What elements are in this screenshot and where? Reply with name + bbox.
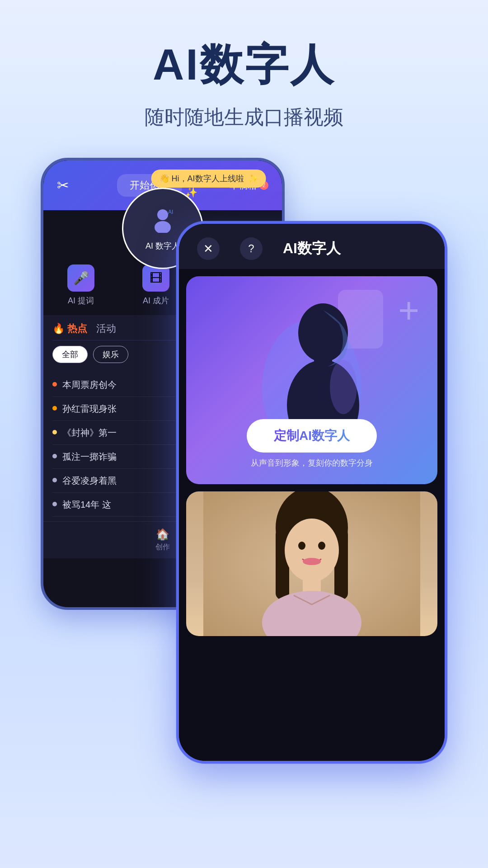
hot-label: 热点 (67, 322, 87, 335)
news-text-1: 本周票房创今 (62, 378, 117, 391)
activity-label: 活动 (96, 322, 116, 335)
category-entertainment[interactable]: 娱乐 (93, 346, 128, 363)
popup-notification: 👋 Hi，AI数字人上线啦 (151, 170, 266, 188)
news-dot-2 (52, 406, 57, 410)
help-button[interactable]: ? (240, 237, 263, 260)
news-text-4: 孤注一掷诈骗 (62, 450, 117, 463)
news-text-6: 被骂14年 这 (62, 498, 111, 511)
news-dot-4 (52, 454, 57, 458)
popup-text: 👋 Hi，AI数字人上线啦 (160, 174, 244, 183)
svg-point-13 (285, 519, 339, 582)
ai-teleprompter-label: AI 提词 (68, 295, 94, 306)
news-dot-1 (52, 382, 57, 387)
presenter-svg (203, 491, 420, 636)
page-subtitle: 随时随地生成口播视频 (145, 104, 343, 131)
close-button[interactable]: ✕ (197, 237, 220, 260)
ai-avatar-icon: AI (149, 206, 176, 238)
phones-container: 👋 Hi，AI数字人上线啦 ✂ 开始创作 草稿箱 2 ✨ (41, 158, 447, 782)
scissors-icon: ✂ (57, 177, 69, 194)
news-text-3: 《封神》第一 (62, 426, 117, 439)
nav-create[interactable]: 🏠 创作 (155, 528, 170, 552)
news-dot-5 (52, 478, 57, 482)
svg-point-0 (157, 209, 168, 220)
news-text-5: 谷爱凌身着黑 (62, 474, 117, 487)
create-icon: 🏠 (156, 528, 169, 541)
fire-icon: 🔥 (52, 323, 65, 335)
create-label: 创作 (155, 542, 170, 552)
svg-point-16 (303, 558, 321, 565)
svg-point-15 (318, 542, 325, 550)
tool-item-ai-video[interactable]: 🎞 AI 成片 (142, 264, 169, 306)
ai-video-label: AI 成片 (143, 295, 169, 306)
presenter-area (186, 491, 437, 636)
tab-hot[interactable]: 🔥 热点 (52, 322, 87, 335)
news-dot-3 (52, 430, 57, 434)
ai-teleprompter-icon: 🎤 (67, 264, 94, 292)
front-header: ✕ ? AI数字人 (179, 224, 445, 269)
news-dot-6 (52, 502, 57, 506)
page: AI数字人 随时随地生成口播视频 👋 Hi，AI数字人上线啦 ✂ 开始创作 草稿… (0, 0, 488, 868)
customize-btn-text: 定制AI数字人 (274, 429, 350, 443)
phone-front: ✕ ? AI数字人 + (176, 221, 447, 764)
svg-point-14 (298, 542, 305, 550)
svg-text:AI: AI (168, 209, 173, 215)
customize-subtitle: 从声音到形象，复刻你的数字分身 (186, 458, 437, 468)
phone-front-inner: ✕ ? AI数字人 + (179, 224, 445, 761)
ai-hero-area: + (186, 276, 437, 484)
silhouette-container (186, 276, 437, 484)
svg-point-7 (330, 360, 357, 414)
tool-item-ai-teleprompter[interactable]: 🎤 AI 提词 (67, 264, 94, 306)
svg-point-1 (155, 221, 171, 233)
ai-circle-label: AI 数字人 (145, 241, 180, 251)
sparkle-icon: ✨ (185, 187, 197, 198)
tab-activity[interactable]: 活动 (96, 322, 116, 335)
front-phone-title: AI数字人 (283, 239, 341, 259)
svg-point-4 (298, 303, 348, 362)
category-all[interactable]: 全部 (52, 346, 88, 363)
customize-button[interactable]: 定制AI数字人 (247, 419, 377, 453)
page-title: AI数字人 (153, 36, 335, 95)
news-text-2: 孙红雷现身张 (62, 402, 117, 415)
